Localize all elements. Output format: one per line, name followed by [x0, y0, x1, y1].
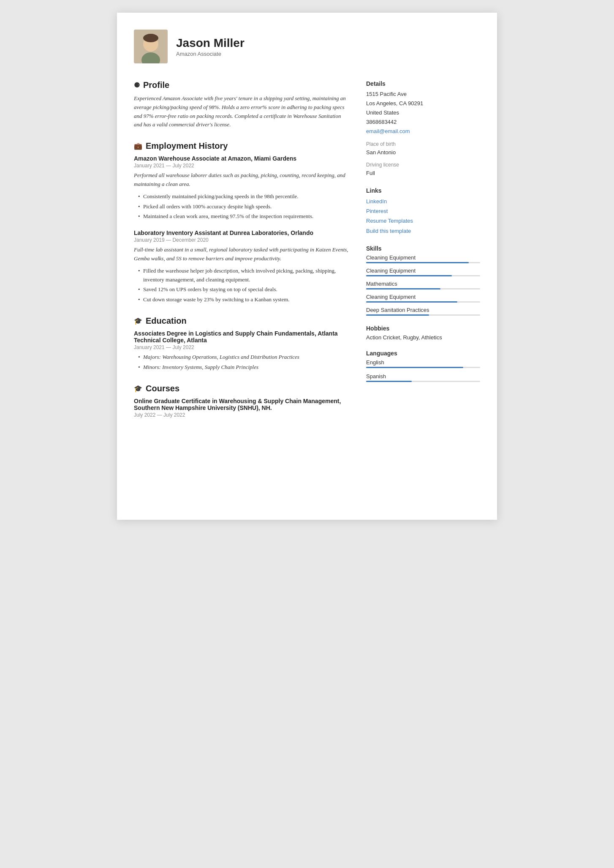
hobbies-text: Action Cricket, Rugby, Athletics — [366, 334, 480, 341]
place-of-birth-label: Place of birth — [366, 141, 480, 147]
skill-name-1: Cleaning Equipment — [366, 267, 480, 274]
bullet-item: Saved 12% on UPS orders by staying on to… — [138, 285, 349, 294]
job-dates-0: January 2021 — July 2022 — [134, 163, 349, 169]
job-desc-0: Performed all warehouse laborer duties s… — [134, 171, 349, 189]
skill-bar-fill-0 — [366, 262, 469, 263]
right-column: Details 1515 Pacific Ave Los Angeles, CA… — [366, 80, 480, 499]
skill-bar-fill-2 — [366, 288, 440, 289]
skill-bar-bg-0 — [366, 262, 480, 263]
skill-bar-bg-3 — [366, 301, 480, 303]
skill-bar-fill-1 — [366, 275, 452, 276]
lang-name-0: English — [366, 359, 480, 366]
skill-bar-bg-4 — [366, 314, 480, 316]
course-dates-0: July 2022 — July 2022 — [134, 412, 349, 418]
skill-item-1: Cleaning Equipment — [366, 267, 480, 276]
employment-icon: 💼 — [134, 142, 142, 150]
job-bullets-1: Filled the warehouse helper job descript… — [134, 267, 349, 304]
edu-dates-0: January 2021 — July 2022 — [134, 344, 349, 350]
employment-section-title: 💼 Employment History — [134, 141, 349, 151]
link-build-template[interactable]: Build this template — [366, 226, 480, 236]
skill-bar-bg-1 — [366, 275, 480, 276]
lang-bar-fill-1 — [366, 381, 412, 382]
skill-bar-fill-4 — [366, 314, 429, 316]
lang-item-1: Spanish — [366, 373, 480, 382]
course-block-0: Online Graduate Certificate in Warehousi… — [134, 398, 349, 418]
address-line1: 1515 Pacific Ave — [366, 90, 480, 99]
email[interactable]: email@email.com — [366, 127, 480, 136]
left-column: ⚈ Profile Experienced Amazon Associate w… — [134, 80, 349, 499]
lang-bar-bg-1 — [366, 381, 480, 382]
job-block-0: Amazon Warehouse Associate at Amazon, Mi… — [134, 155, 349, 221]
skill-name-2: Mathematics — [366, 281, 480, 287]
skills-section-title: Skills — [366, 245, 480, 252]
profile-section-title: ⚈ Profile — [134, 80, 349, 90]
place-of-birth: San Antonio — [366, 148, 480, 157]
lang-name-1: Spanish — [366, 373, 480, 379]
header-info: Jason Miller Amazon Associate — [176, 36, 245, 57]
skill-name-0: Cleaning Equipment — [366, 254, 480, 261]
bullet-item: Minors: Inventory Systems, Supply Chain … — [138, 363, 349, 372]
edu-bullets-0: Majors: Warehousing Operations, Logistic… — [134, 353, 349, 372]
education-section-title: 🎓 Education — [134, 316, 349, 326]
courses-icon: 🎓 — [134, 385, 142, 393]
full-name: Jason Miller — [176, 36, 245, 50]
course-title-0: Online Graduate Certificate in Warehousi… — [134, 398, 349, 411]
details-section-title: Details — [366, 80, 480, 87]
avatar — [134, 30, 168, 63]
phone: 3868683442 — [366, 117, 480, 127]
education-section: 🎓 Education Associates Degree in Logisti… — [134, 316, 349, 372]
bullet-item: Filled the warehouse helper job descript… — [138, 267, 349, 284]
lang-item-0: English — [366, 359, 480, 368]
job-block-1: Laboratory Inventory Assistant at Dunrea… — [134, 229, 349, 304]
job-bullets-0: Consistently maintained picking/packing … — [134, 192, 349, 221]
link-linkedin[interactable]: LinkedIn — [366, 197, 480, 206]
driving-license: Full — [366, 169, 480, 178]
bullet-item: Consistently maintained picking/packing … — [138, 192, 349, 201]
svg-point-4 — [145, 34, 157, 41]
job-title-1: Laboratory Inventory Assistant at Dunrea… — [134, 229, 349, 236]
driving-license-label: Driving license — [366, 162, 480, 168]
address-line3: United States — [366, 108, 480, 117]
link-pinterest[interactable]: Pinterest — [366, 206, 480, 216]
links-section: Links LinkedIn Pinterest Resume Template… — [366, 187, 480, 236]
bullet-item: Picked all orders with 100% accuracy des… — [138, 202, 349, 211]
skill-name-3: Cleaning Equipment — [366, 294, 480, 300]
employment-section: 💼 Employment History Amazon Warehouse As… — [134, 141, 349, 304]
bullet-item: Cut down storage waste by 23% by switchi… — [138, 295, 349, 304]
courses-section: 🎓 Courses Online Graduate Certificate in… — [134, 384, 349, 418]
job-desc-1: Full-time lab assistant in a small, regi… — [134, 246, 349, 263]
hobbies-section: Hobbies Action Cricket, Rugby, Athletics — [366, 325, 480, 341]
skill-item-4: Deep Sanitation Practices — [366, 307, 480, 316]
job-dates-1: January 2019 — December 2020 — [134, 237, 349, 243]
edu-title-0: Associates Degree in Logistics and Suppl… — [134, 330, 349, 344]
resume-document: Jason Miller Amazon Associate ⚈ Profile … — [117, 13, 497, 520]
lang-bar-fill-0 — [366, 367, 463, 368]
skill-item-0: Cleaning Equipment — [366, 254, 480, 263]
skill-name-4: Deep Sanitation Practices — [366, 307, 480, 313]
link-resume-templates[interactable]: Resume Templates — [366, 216, 480, 226]
details-section: Details 1515 Pacific Ave Los Angeles, CA… — [366, 80, 480, 178]
job-title: Amazon Associate — [176, 51, 245, 57]
lang-bar-bg-0 — [366, 367, 480, 368]
main-content: ⚈ Profile Experienced Amazon Associate w… — [134, 80, 480, 499]
skill-bar-fill-3 — [366, 301, 457, 303]
hobbies-section-title: Hobbies — [366, 325, 480, 332]
skill-bar-bg-2 — [366, 288, 480, 289]
links-section-title: Links — [366, 187, 480, 194]
job-title-0: Amazon Warehouse Associate at Amazon, Mi… — [134, 155, 349, 162]
bullet-item: Majors: Warehousing Operations, Logistic… — [138, 353, 349, 362]
edu-block-0: Associates Degree in Logistics and Suppl… — [134, 330, 349, 372]
bullet-item: Maintained a clean work area, meeting 97… — [138, 212, 349, 221]
languages-section: Languages English Spanish — [366, 350, 480, 382]
profile-icon: ⚈ — [134, 81, 140, 89]
education-icon: 🎓 — [134, 317, 142, 325]
skills-section: Skills Cleaning Equipment Cleaning Equip… — [366, 245, 480, 316]
profile-section: ⚈ Profile Experienced Amazon Associate w… — [134, 80, 349, 129]
courses-section-title: 🎓 Courses — [134, 384, 349, 393]
resume-header: Jason Miller Amazon Associate — [134, 30, 480, 68]
languages-section-title: Languages — [366, 350, 480, 357]
skill-item-3: Cleaning Equipment — [366, 294, 480, 303]
skill-item-2: Mathematics — [366, 281, 480, 289]
address-line2: Los Angeles, CA 90291 — [366, 99, 480, 108]
profile-text: Experienced Amazon Associate with five y… — [134, 94, 349, 129]
